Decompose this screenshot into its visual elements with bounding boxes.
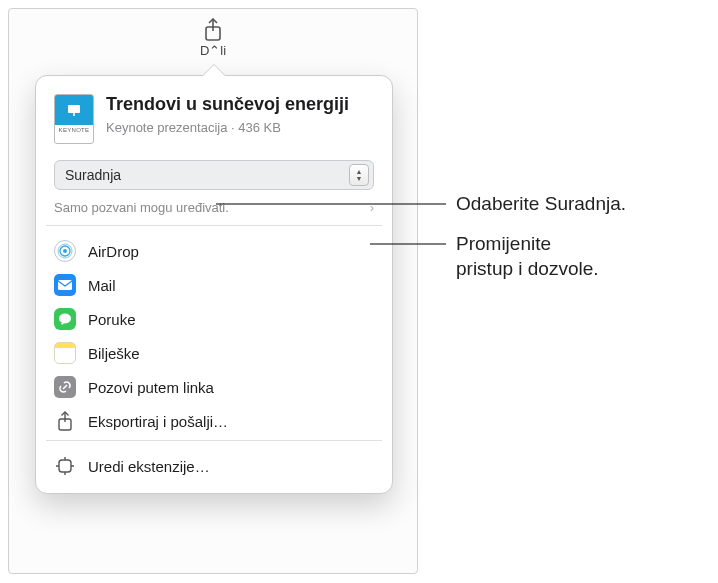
export-icon	[54, 410, 76, 432]
document-title: Trendovi u sunčevoj energiji	[106, 94, 349, 116]
share-option-invite-link[interactable]: Pozovi putem linka	[42, 370, 386, 404]
share-option-export-send[interactable]: Eksportiraj i pošalji…	[42, 404, 386, 438]
mail-icon	[54, 274, 76, 296]
airdrop-icon	[54, 240, 76, 262]
callout-mode-select: Odaberite Suradnja.	[456, 192, 626, 217]
app-window: D⌃li KEYNOTE Trendovi u sunčevoj energij…	[8, 8, 418, 574]
share-options-list: AirDrop Mail Poruke Bilješke	[36, 226, 392, 440]
access-permissions-row[interactable]: Samo pozvani mogu uređivati. ›	[54, 200, 374, 225]
link-icon	[54, 376, 76, 398]
svg-point-3	[63, 249, 67, 253]
edit-extensions[interactable]: Uredi ekstenzije…	[42, 449, 386, 483]
share-option-label: AirDrop	[88, 243, 139, 260]
share-option-label: Pozovi putem linka	[88, 379, 214, 396]
notes-icon	[54, 342, 76, 364]
mode-select-value: Suradnja	[65, 167, 121, 183]
share-icon[interactable]	[203, 18, 223, 45]
share-option-label: Bilješke	[88, 345, 140, 362]
edit-extensions-label: Uredi ekstenzije…	[88, 458, 210, 475]
document-meta: Keynote prezentacija · 436 KB	[106, 120, 349, 135]
svg-rect-2	[73, 113, 75, 116]
svg-point-7	[59, 314, 71, 324]
share-option-label: Eksportiraj i pošalji…	[88, 413, 228, 430]
svg-rect-9	[59, 460, 71, 472]
share-option-airdrop[interactable]: AirDrop	[42, 234, 386, 268]
select-stepper-icon: ▲▼	[349, 164, 369, 186]
share-option-label: Mail	[88, 277, 116, 294]
share-option-mail[interactable]: Mail	[42, 268, 386, 302]
toolbar: D⌃li	[9, 9, 417, 53]
callout-access-perms: Promijenite pristup i dozvole.	[456, 232, 599, 281]
thumbnail-app-label: KEYNOTE	[59, 127, 90, 133]
share-option-label: Poruke	[88, 311, 136, 328]
mode-select[interactable]: Suradnja ▲▼	[54, 160, 374, 190]
share-option-notes[interactable]: Bilješke	[42, 336, 386, 370]
share-popover: KEYNOTE Trendovi u sunčevoj energiji Key…	[35, 75, 393, 494]
document-thumbnail: KEYNOTE	[54, 94, 94, 144]
access-summary: Samo pozvani mogu uređivati.	[54, 200, 229, 215]
document-header: KEYNOTE Trendovi u sunčevoj energiji Key…	[36, 76, 392, 156]
extensions-icon	[54, 455, 76, 477]
chevron-right-icon: ›	[370, 200, 374, 215]
svg-rect-1	[68, 105, 80, 113]
messages-icon	[54, 308, 76, 330]
share-option-messages[interactable]: Poruke	[42, 302, 386, 336]
share-button-label: D⌃li	[200, 43, 226, 58]
svg-rect-6	[58, 280, 72, 290]
popover-arrow	[202, 65, 226, 77]
